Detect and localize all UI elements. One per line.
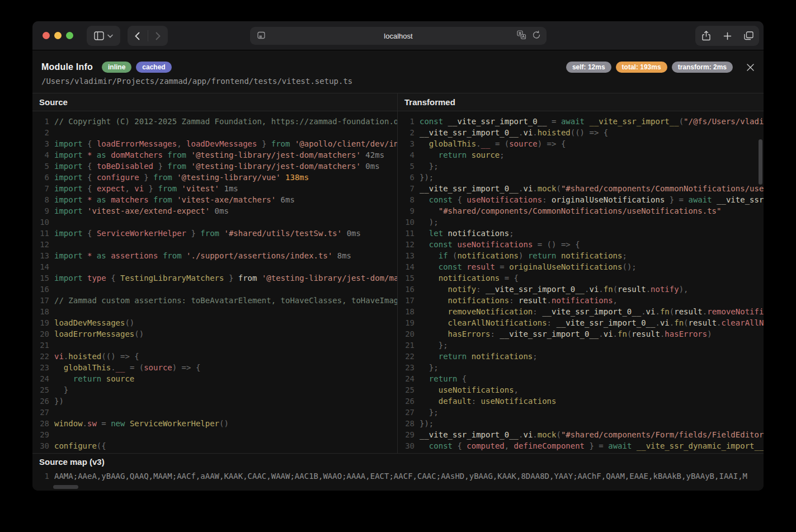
sidebar-icon [94, 31, 104, 40]
desktop-background: localhost [0, 0, 796, 532]
source-code-line: 9import 'vitest-axe/extend-expect' 0ms [32, 205, 397, 216]
line-number: 29 [401, 429, 415, 440]
source-code-line: 14 [32, 261, 397, 272]
source-code-line: 27 [32, 407, 397, 418]
close-button[interactable] [746, 63, 755, 72]
line-number: 10 [36, 216, 49, 228]
source-code-line: 26}) [32, 396, 397, 407]
line-number: 20 [36, 328, 49, 340]
line-number: 29 [36, 429, 49, 440]
line-number: 6 [36, 172, 49, 183]
line-number: 10 [401, 216, 415, 228]
line-number: 19 [401, 317, 415, 328]
transformed-panel: Transformed 1const __vite_ssr_import_0__… [397, 93, 764, 453]
transformed-code-line: 5 }; [398, 161, 764, 172]
sidebar-toggle-button[interactable] [87, 26, 120, 46]
page-settings-icon[interactable] [257, 31, 266, 40]
source-code-line: 16 [32, 284, 397, 295]
line-number: 19 [36, 317, 49, 328]
source-code-line: 12 [32, 239, 397, 250]
reload-icon[interactable] [532, 30, 541, 40]
timing-badge: total: 193ms [616, 62, 667, 73]
source-code-line: 22vi.hoisted(() => { [32, 351, 397, 362]
source-panel-title: Source [32, 93, 397, 111]
line-number: 18 [401, 306, 415, 317]
vertical-scrollbar[interactable] [759, 139, 762, 185]
source-code-line: 7import { expect, vi } from 'vitest' 1ms [32, 183, 397, 194]
browser-window: localhost [32, 21, 764, 491]
line-number: 3 [36, 138, 49, 149]
line-number: 12 [401, 239, 415, 250]
line-number: 25 [36, 384, 49, 396]
line-number: 23 [401, 362, 415, 373]
source-code[interactable]: 1// Copyright (C) 2012-2025 Zammad Found… [32, 111, 397, 451]
source-code-line: 24 return source [32, 373, 397, 384]
line-number: 7 [401, 183, 415, 194]
line-number: 17 [36, 295, 49, 306]
line-number: 6 [401, 172, 415, 183]
source-code-line: 6import { configure } from '@testing-lib… [32, 172, 397, 183]
transformed-code-line: 26 default: useNotifications [398, 396, 764, 407]
transformed-code-line: 27 }; [398, 407, 764, 418]
line-number: 21 [401, 340, 415, 351]
line-number: 26 [36, 396, 49, 407]
tab-overview-button[interactable] [739, 26, 758, 46]
line-number: 13 [401, 250, 415, 261]
module-badge: cached [136, 62, 171, 73]
zoom-window-button[interactable] [66, 32, 73, 39]
source-code-line: 8import * as matchers from 'vitest-axe/m… [32, 194, 397, 205]
transformed-code-line: 6}); [398, 172, 764, 183]
line-number: 7 [36, 183, 49, 194]
transformed-code-line: 12 const useNotifications = () => { [398, 239, 764, 250]
sourcemap-title: Source map (v3) [32, 454, 764, 470]
source-code-line: 29 [32, 429, 397, 440]
line-number: 16 [401, 284, 415, 295]
navigation-buttons [128, 26, 168, 46]
line-number: 1 [36, 470, 49, 482]
line-number: 18 [36, 306, 49, 317]
transformed-code-line: 9 "#shared/components/CommonNotification… [398, 205, 764, 216]
new-tab-button[interactable] [718, 26, 737, 46]
share-button[interactable] [696, 26, 715, 46]
close-window-button[interactable] [43, 32, 50, 39]
line-number: 5 [36, 161, 49, 172]
line-number: 22 [36, 351, 49, 362]
line-number: 25 [401, 384, 415, 396]
inspect-page: Module Info inlinecached /Users/vladimir… [32, 50, 764, 491]
source-code-line: 10 [32, 216, 397, 228]
horizontal-scrollbar[interactable] [53, 485, 78, 489]
browser-toolbar: localhost [32, 21, 764, 50]
transformed-code-line: 2__vite_ssr_import_0__.vi.hoisted(() => … [398, 127, 764, 138]
line-number: 17 [401, 295, 415, 306]
source-code-line: 17// Zammad custom assertions: toBeAvata… [32, 295, 397, 306]
transformed-code-line: 7__vite_ssr_import_0__.vi.mock("#shared/… [398, 183, 764, 194]
chevron-down-icon [107, 34, 113, 38]
line-number: 2 [401, 127, 415, 138]
transformed-code-line: 14 const result = originalUseNotificatio… [398, 261, 764, 272]
source-code-line: 28window.sw = new ServiceWorkerHelper() [32, 418, 397, 429]
page-title: Module Info [41, 62, 93, 72]
transformed-code-line: 11 let notifications; [398, 228, 764, 239]
back-button[interactable] [128, 26, 148, 46]
translate-icon[interactable] [517, 30, 526, 40]
forward-button[interactable] [148, 26, 168, 46]
transformed-code-line: 20 hasErrors: __vite_ssr_import_0__.vi.f… [398, 328, 764, 340]
source-code-line: 23 globalThis.__ = (source) => { [32, 362, 397, 373]
line-number: 28 [36, 418, 49, 429]
line-number: 8 [36, 194, 49, 205]
line-number: 13 [36, 250, 49, 261]
source-code-line: 1// Copyright (C) 2012-2025 Zammad Found… [32, 116, 397, 127]
transformed-code-line: 21 }; [398, 340, 764, 351]
transformed-code-line: 28}); [398, 418, 764, 429]
line-number: 24 [36, 373, 49, 384]
minimize-window-button[interactable] [54, 32, 62, 39]
timing-badges: self: 12mstotal: 193mstransform: 2ms [566, 62, 733, 73]
source-code-line: 25 } [32, 384, 397, 396]
url-text: localhost [250, 32, 547, 40]
transformed-code-line: 25 useNotifications, [398, 384, 764, 396]
transformed-code[interactable]: 1const __vite_ssr_import_0__ = await __v… [398, 111, 764, 451]
address-bar[interactable]: localhost [250, 27, 547, 45]
sourcemap-section: Source map (v3) 1AAMA;AAeA,yBAAG,QAAQ,MA… [32, 453, 764, 491]
code-panels: Source 1// Copyright (C) 2012-2025 Zamma… [32, 93, 764, 453]
transformed-code-line: 22 return notifications; [398, 351, 764, 362]
